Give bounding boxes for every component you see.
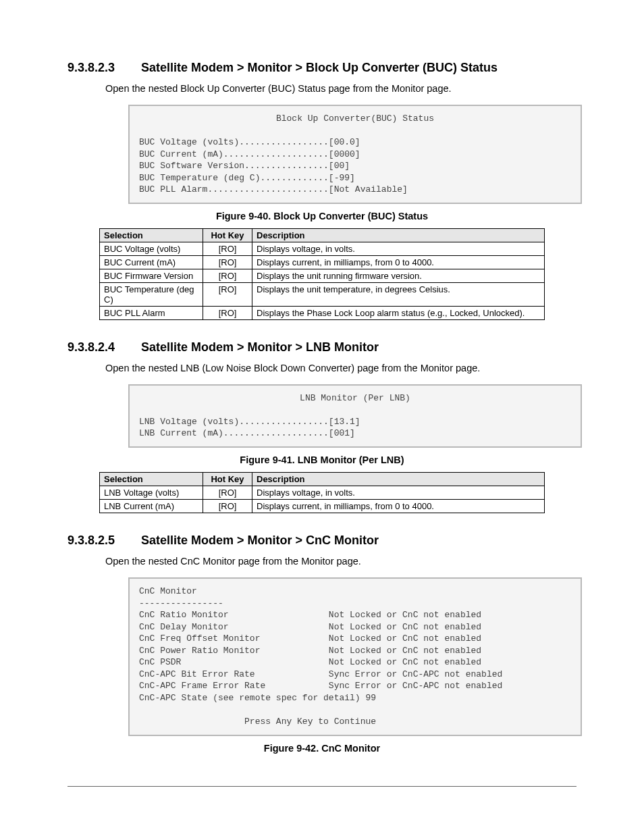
section-title: Satellite Modem > Monitor > LNB Monitor	[141, 340, 379, 354]
terminal-title: LNB Monitor (Per LNB)	[139, 392, 571, 405]
terminal-buc: Block Up Converter(BUC) Status BUC Volta…	[128, 105, 582, 204]
section-title: Satellite Modem > Monitor > Block Up Con…	[141, 61, 498, 74]
table-row: BUC Temperature (deg C)[RO]Displays the …	[100, 282, 545, 306]
section-heading-buc: 9.3.8.2.3 Satellite Modem > Monitor > Bl…	[68, 61, 576, 75]
section-number: 9.3.8.2.3	[68, 61, 138, 75]
table-row: LNB Current (mA)[RO]Displays current, in…	[100, 500, 545, 513]
section-title: Satellite Modem > Monitor > CnC Monitor	[141, 533, 379, 547]
terminal-line: Press Any Key to Continue	[139, 716, 376, 727]
td-hk: [RO]	[203, 269, 252, 282]
section-intro: Open the nested CnC Monitor page from th…	[105, 556, 576, 567]
td-desc: Displays the unit running firmware versi…	[252, 269, 545, 282]
td-sel: BUC Temperature (deg C)	[100, 282, 203, 306]
terminal-line: CnC Freq Offset Monitor Not Locked or Cn…	[139, 633, 481, 644]
terminal-title: Block Up Converter(BUC) Status	[139, 113, 571, 125]
terminal-line: BUC PLL Alarm.......................[Not…	[139, 184, 408, 194]
table-row: BUC PLL Alarm[RO]Displays the Phase Lock…	[100, 306, 545, 319]
td-sel: BUC Voltage (volts)	[100, 242, 203, 255]
table-row: BUC Voltage (volts)[RO]Displays voltage,…	[100, 242, 545, 255]
figure-caption: Figure 9-40. Block Up Converter (BUC) St…	[68, 211, 576, 221]
section-heading-cnc: 9.3.8.2.5 Satellite Modem > Monitor > Cn…	[68, 533, 576, 548]
th-description: Description	[252, 473, 545, 486]
table-buc: Selection Hot Key Description BUC Voltag…	[99, 228, 545, 320]
terminal-line: ----------------	[139, 598, 223, 608]
section-heading-lnb: 9.3.8.2.4 Satellite Modem > Monitor > LN…	[68, 340, 576, 355]
section-number: 9.3.8.2.4	[68, 340, 138, 355]
terminal-line: LNB Current (mA)....................[001…	[139, 428, 355, 438]
th-hotkey: Hot Key	[203, 228, 252, 242]
table-lnb: Selection Hot Key Description LNB Voltag…	[99, 472, 545, 513]
td-hk: [RO]	[203, 282, 252, 306]
figure-caption: Figure 9-41. LNB Monitor (Per LNB)	[68, 454, 576, 465]
terminal-line: BUC Current (mA)....................[000…	[139, 149, 360, 159]
table-row: LNB Voltage (volts)[RO]Displays voltage,…	[100, 486, 545, 500]
terminal-line: LNB Voltage (volts).................[13.…	[139, 417, 360, 427]
terminal-line: BUC Voltage (volts).................[00.…	[139, 137, 360, 147]
th-selection: Selection	[100, 228, 203, 242]
th-selection: Selection	[100, 473, 203, 486]
terminal-lnb: LNB Monitor (Per LNB) LNB Voltage (volts…	[128, 384, 582, 448]
terminal-line: BUC Temperature (deg C).............[-99…	[139, 173, 355, 183]
td-sel: BUC Firmware Version	[100, 269, 203, 282]
footer-rule	[68, 786, 576, 787]
td-sel: LNB Voltage (volts)	[100, 486, 203, 500]
terminal-line: CnC-APC State (see remote spec for detai…	[139, 693, 376, 703]
td-desc: Displays the Phase Lock Loop alarm statu…	[252, 306, 545, 319]
table-row: BUC Current (mA)[RO]Displays current, in…	[100, 255, 545, 269]
terminal-line: CnC Ratio Monitor Not Locked or CnC not …	[139, 610, 481, 620]
td-sel: BUC PLL Alarm	[100, 306, 203, 319]
th-description: Description	[252, 228, 545, 242]
terminal-line: CnC-APC Frame Error Rate Sync Error or C…	[139, 681, 502, 691]
terminal-line: CnC Delay Monitor Not Locked or CnC not …	[139, 622, 481, 632]
td-desc: Displays current, in milliamps, from 0 t…	[252, 500, 545, 513]
td-sel: BUC Current (mA)	[100, 255, 203, 269]
td-sel: LNB Current (mA)	[100, 500, 203, 513]
figure-caption: Figure 9-42. CnC Monitor	[68, 743, 576, 754]
terminal-line: CnC Power Ratio Monitor Not Locked or Cn…	[139, 646, 481, 656]
td-hk: [RO]	[203, 242, 252, 255]
terminal-line: CnC-APC Bit Error Rate Sync Error or CnC…	[139, 669, 502, 679]
td-desc: Displays the unit temperature, in degree…	[252, 282, 545, 306]
td-desc: Displays voltage, in volts.	[252, 486, 545, 500]
terminal-line: CnC Monitor	[139, 586, 197, 596]
td-desc: Displays voltage, in volts.	[252, 242, 545, 255]
th-hotkey: Hot Key	[203, 473, 252, 486]
section-intro: Open the nested Block Up Converter (BUC)…	[105, 83, 576, 94]
td-hk: [RO]	[203, 255, 252, 269]
terminal-cnc: CnC Monitor ---------------- CnC Ratio M…	[128, 577, 582, 736]
td-hk: [RO]	[203, 306, 252, 319]
terminal-line: CnC PSDR Not Locked or CnC not enabled	[139, 657, 481, 667]
table-row: BUC Firmware Version[RO]Displays the uni…	[100, 269, 545, 282]
section-number: 9.3.8.2.5	[68, 533, 138, 548]
terminal-line: BUC Software Version................[00]	[139, 161, 350, 171]
td-hk: [RO]	[203, 500, 252, 513]
table-header-row: Selection Hot Key Description	[100, 228, 545, 242]
td-hk: [RO]	[203, 486, 252, 500]
table-header-row: Selection Hot Key Description	[100, 473, 545, 486]
section-intro: Open the nested LNB (Low Noise Block Dow…	[105, 363, 576, 373]
td-desc: Displays current, in milliamps, from 0 t…	[252, 255, 545, 269]
